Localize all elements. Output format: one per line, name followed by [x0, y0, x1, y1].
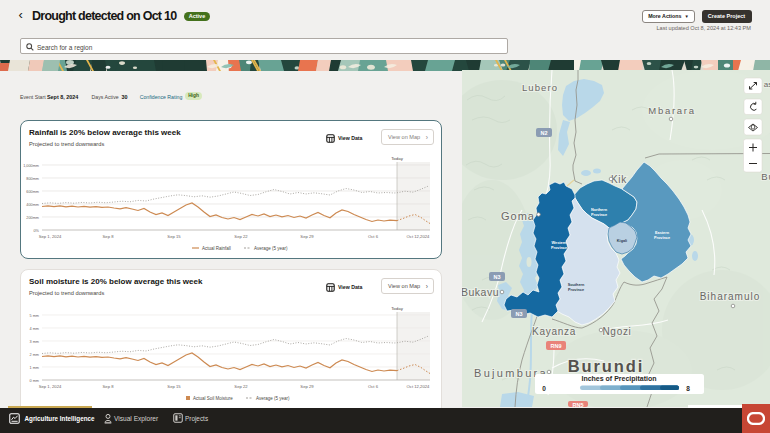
svg-text:Northern: Northern [591, 208, 608, 212]
svg-text:600mm: 600mm [26, 190, 39, 194]
svg-text:4 mm: 4 mm [30, 327, 40, 331]
svg-text:RN9: RN9 [550, 343, 561, 349]
svg-text:Burundi: Burundi [568, 357, 645, 375]
svg-text:Actual Soil Moisture: Actual Soil Moisture [193, 396, 233, 401]
svg-text:Kigali: Kigali [617, 239, 627, 243]
svg-text:N2: N2 [540, 130, 547, 136]
svg-text:Bukavu: Bukavu [462, 286, 499, 298]
svg-text:400mm: 400mm [26, 203, 39, 207]
svg-text:as: as [764, 80, 770, 89]
svg-text:Western: Western [552, 241, 568, 245]
svg-text:Sep 1, 2024: Sep 1, 2024 [39, 384, 62, 389]
svg-text:RN5: RN5 [572, 402, 583, 407]
svg-text:Eastern: Eastern [655, 231, 670, 235]
svg-text:Ngozi: Ngozi [602, 326, 631, 337]
svg-text:Mbarara: Mbarara [648, 105, 695, 116]
svg-text:Province: Province [591, 213, 607, 217]
svg-text:0: 0 [542, 385, 546, 392]
svg-text:Sep 8: Sep 8 [103, 234, 115, 239]
svg-text:Sep 15: Sep 15 [167, 384, 181, 389]
svg-text:1 mm: 1 mm [30, 366, 40, 370]
svg-text:5 mm: 5 mm [30, 314, 40, 318]
svg-text:N3: N3 [515, 311, 522, 317]
svg-text:Sep 1, 2024: Sep 1, 2024 [39, 234, 62, 239]
svg-text:2 mm: 2 mm [30, 353, 40, 357]
svg-text:Sep 15: Sep 15 [167, 234, 181, 239]
svg-text:Average (5 year): Average (5 year) [254, 246, 288, 251]
svg-text:Southern: Southern [568, 283, 585, 287]
svg-text:Province: Province [568, 288, 584, 292]
svg-text:Oct 6: Oct 6 [368, 234, 379, 239]
svg-text:Biharamulo: Biharamulo [700, 291, 761, 302]
svg-text:Sep 29: Sep 29 [300, 234, 314, 239]
svg-text:Sep 8: Sep 8 [103, 384, 115, 389]
svg-text:N3: N3 [493, 274, 500, 280]
svg-text:Bu: Bu [761, 171, 770, 182]
svg-text:Province: Province [551, 246, 567, 250]
svg-text:Kayanza: Kayanza [532, 326, 576, 337]
svg-text:200mm: 200mm [26, 216, 39, 220]
svg-text:Inches of Precipitation: Inches of Precipitation [581, 375, 656, 383]
svg-text:Province: Province [654, 236, 670, 240]
svg-text:Sep 22: Sep 22 [234, 384, 248, 389]
svg-text:Goma: Goma [501, 210, 535, 222]
svg-text:1,000mm: 1,000mm [23, 164, 39, 168]
svg-text:Today: Today [391, 306, 404, 311]
svg-text:Actual Rainfall: Actual Rainfall [202, 246, 231, 251]
svg-text:800mm: 800mm [26, 177, 39, 181]
svg-text:0%: 0% [34, 229, 40, 233]
svg-text:Today: Today [391, 156, 404, 161]
svg-text:Oct 12,2024: Oct 12,2024 [407, 234, 430, 239]
svg-text:Sep 22: Sep 22 [234, 234, 248, 239]
svg-text:0 mm: 0 mm [30, 379, 40, 383]
svg-text:Average (5 year): Average (5 year) [256, 396, 290, 401]
svg-text:Oct 6: Oct 6 [368, 384, 379, 389]
svg-text:Kik: Kik [611, 174, 627, 185]
svg-text:3 mm: 3 mm [30, 340, 40, 344]
svg-text:8: 8 [686, 385, 690, 392]
svg-text:Oct 12,2024: Oct 12,2024 [407, 384, 430, 389]
svg-text:Lubero: Lubero [522, 82, 558, 93]
svg-text:Sep 29: Sep 29 [300, 384, 314, 389]
